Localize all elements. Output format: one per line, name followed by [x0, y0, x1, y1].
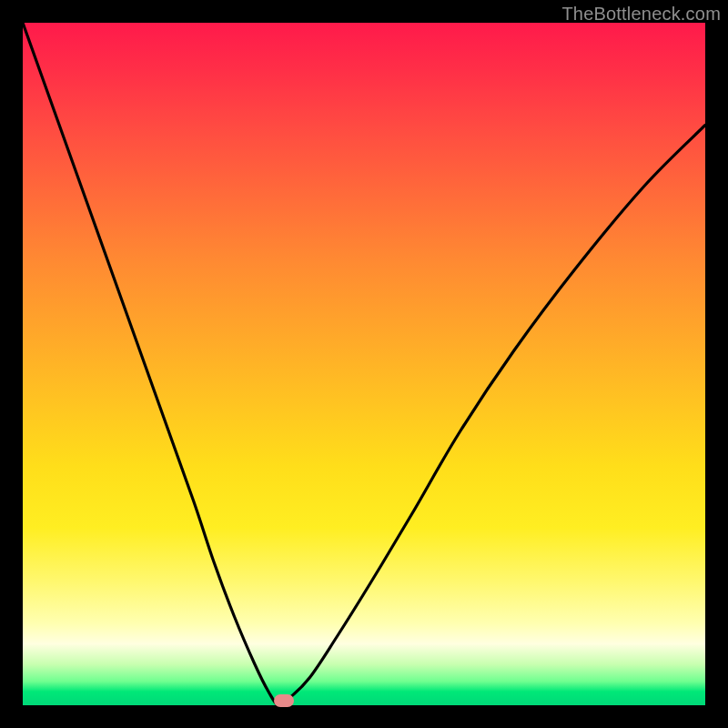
- chart-frame: TheBottleneck.com: [0, 0, 728, 728]
- bottleneck-curve: [23, 23, 705, 705]
- watermark-text: TheBottleneck.com: [561, 4, 721, 25]
- plot-area: [23, 23, 705, 705]
- min-marker: [274, 694, 294, 707]
